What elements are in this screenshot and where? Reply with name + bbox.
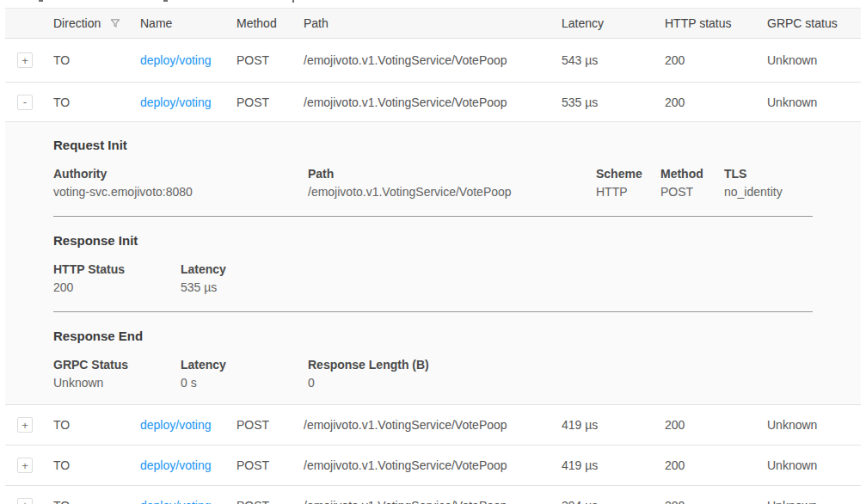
- section-divider: [53, 311, 813, 312]
- direction-cell: TO: [53, 418, 140, 432]
- path-cell: /emojivoto.v1.VotingService/VotePoop: [304, 499, 562, 504]
- column-header-direction: Direction: [53, 16, 140, 30]
- expand-row-button[interactable]: +: [17, 417, 33, 433]
- method-cell: POST: [236, 499, 304, 504]
- direction-cell: TO: [53, 53, 140, 67]
- method-cell: POST: [236, 53, 304, 67]
- tap-results-table: Direction Name Method Path Latency HTTP …: [5, 8, 861, 504]
- collapse-row-button[interactable]: -: [17, 95, 33, 110]
- detail-field: Latency 0 s: [181, 356, 308, 392]
- expand-row-button[interactable]: +: [17, 458, 33, 473]
- table-row: + TO deploy/voting POST /emojivoto.v1.Vo…: [5, 39, 861, 83]
- field-value: 0 s: [181, 373, 308, 392]
- detail-field: Authority voting-svc.emojivoto:8080: [53, 165, 308, 201]
- field-label: Path: [308, 165, 596, 182]
- response-end-fields: GRPC Status Unknown Latency 0 s Response…: [53, 356, 813, 392]
- detail-field: Response Length (B) 0: [308, 356, 813, 392]
- grpc-status-cell: Unknown: [767, 499, 861, 504]
- column-header-name: Name: [140, 16, 236, 30]
- resource-link[interactable]: deploy/voting: [140, 95, 212, 109]
- field-label: HTTP Status: [53, 261, 181, 278]
- clipped-text-fragment: [163, 0, 168, 2]
- method-cell: POST: [236, 458, 304, 472]
- detail-field: Path /emojivoto.v1.VotingService/VotePoo…: [308, 165, 596, 201]
- section-title-response-end: Response End: [53, 329, 813, 343]
- expand-row-button[interactable]: +: [17, 498, 33, 504]
- name-cell: deploy/voting: [140, 95, 236, 109]
- section-title-response-init: Response Init: [53, 234, 813, 248]
- resource-link[interactable]: deploy/voting: [140, 499, 212, 504]
- expander-cell: +: [5, 498, 53, 504]
- field-value: POST: [660, 182, 724, 201]
- field-label: GRPC Status: [53, 356, 181, 373]
- expand-row-button[interactable]: +: [17, 52, 33, 68]
- expander-cell: -: [5, 95, 53, 110]
- expander-cell: +: [5, 52, 53, 68]
- grpc-status-cell: Unknown: [767, 418, 861, 432]
- direction-cell: TO: [53, 499, 140, 504]
- name-cell: deploy/voting: [140, 418, 236, 432]
- method-cell: POST: [236, 418, 304, 432]
- column-header-path: Path: [304, 16, 562, 30]
- resource-link[interactable]: deploy/voting: [140, 418, 212, 432]
- section-title-request-init: Request Init: [53, 138, 813, 152]
- detail-field: GRPC Status Unknown: [53, 356, 181, 392]
- grpc-status-cell: Unknown: [767, 95, 861, 109]
- detail-field: Latency 535 µs: [181, 261, 308, 297]
- path-cell: /emojivoto.v1.VotingService/VotePoop: [304, 95, 562, 109]
- detail-field: Method POST: [660, 165, 724, 201]
- http-status-cell: 200: [665, 418, 767, 432]
- latency-cell: 419 µs: [562, 458, 665, 472]
- path-cell: /emojivoto.v1.VotingService/VotePoop: [304, 418, 562, 432]
- table-row: + TO deploy/voting POST /emojivoto.v1.Vo…: [5, 405, 861, 446]
- field-label: Authority: [53, 165, 308, 182]
- direction-cell: TO: [53, 95, 140, 109]
- latency-cell: 543 µs: [562, 53, 665, 67]
- name-cell: deploy/voting: [140, 53, 236, 67]
- field-value: 200: [53, 278, 181, 297]
- detail-field: Scheme HTTP: [596, 165, 660, 201]
- name-cell: deploy/voting: [140, 499, 236, 504]
- path-cell: /emojivoto.v1.VotingService/VotePoop: [304, 53, 562, 67]
- request-init-fields: Authority voting-svc.emojivoto:8080 Path…: [53, 165, 813, 201]
- direction-cell: TO: [53, 458, 140, 472]
- field-label: Latency: [181, 356, 308, 373]
- table-header-row: Direction Name Method Path Latency HTTP …: [5, 8, 861, 39]
- http-status-cell: 200: [665, 499, 767, 504]
- clipped-text-fragment: [292, 0, 294, 3]
- http-status-cell: 200: [665, 95, 767, 109]
- field-label: Latency: [181, 261, 308, 278]
- field-value: /emojivoto.v1.VotingService/VotePoop: [308, 182, 596, 201]
- resource-link[interactable]: deploy/voting: [140, 458, 212, 472]
- http-status-cell: 200: [665, 458, 767, 472]
- clipped-text-fragment: [39, 0, 43, 2]
- field-label: Method: [660, 165, 724, 182]
- name-cell: deploy/voting: [140, 458, 236, 472]
- field-label: Scheme: [596, 165, 660, 182]
- path-cell: /emojivoto.v1.VotingService/VotePoop: [304, 458, 562, 472]
- field-value: 0: [308, 373, 813, 392]
- method-cell: POST: [236, 95, 304, 109]
- grpc-status-cell: Unknown: [767, 458, 861, 472]
- grpc-status-cell: Unknown: [767, 53, 861, 67]
- field-value: HTTP: [596, 182, 660, 201]
- expander-cell: +: [5, 458, 53, 473]
- field-label: TLS: [724, 165, 813, 182]
- response-init-fields: HTTP Status 200 Latency 535 µs: [53, 261, 813, 297]
- expanded-detail-panel: Request Init Authority voting-svc.emojiv…: [5, 122, 861, 405]
- resource-link[interactable]: deploy/voting: [140, 53, 212, 67]
- field-value: 535 µs: [181, 278, 308, 297]
- table-row: + TO deploy/voting POST /emojivoto.v1.Vo…: [5, 486, 861, 504]
- field-value: voting-svc.emojivoto:8080: [53, 182, 308, 201]
- column-header-method: Method: [236, 16, 304, 30]
- field-label: Response Length (B): [308, 356, 813, 373]
- section-divider: [53, 216, 813, 217]
- field-value: no_identity: [724, 182, 813, 201]
- latency-cell: 535 µs: [562, 95, 665, 109]
- latency-cell: 419 µs: [562, 418, 665, 432]
- detail-field: TLS no_identity: [724, 165, 813, 201]
- filter-icon[interactable]: [109, 17, 121, 29]
- clipped-top-text: [0, 0, 866, 8]
- expander-cell: +: [5, 417, 53, 433]
- table-row-expanded: - TO deploy/voting POST /emojivoto.v1.Vo…: [5, 83, 861, 122]
